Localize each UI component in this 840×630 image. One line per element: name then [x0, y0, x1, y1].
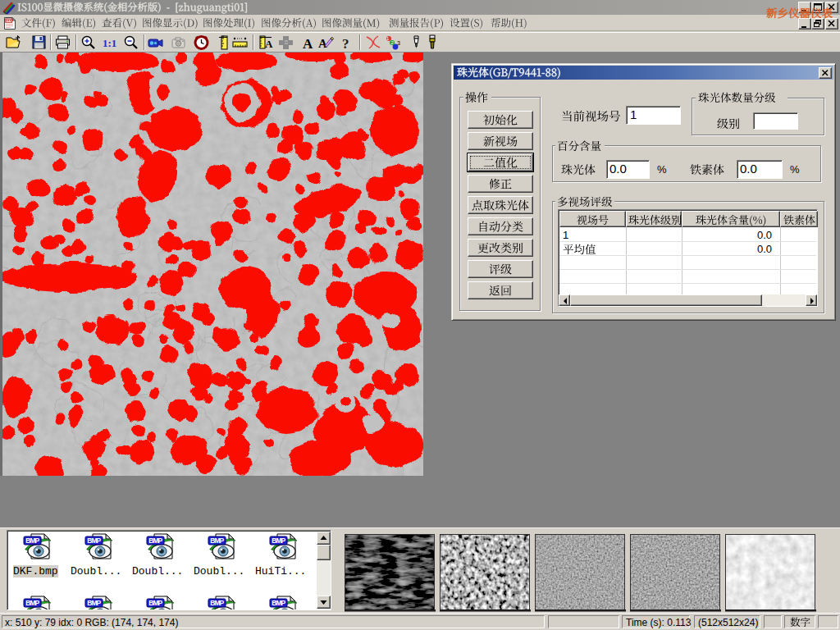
svg-text:BMP: BMP — [87, 536, 101, 545]
svg-text:BMP: BMP — [210, 536, 224, 545]
svg-text:?: ? — [342, 36, 349, 52]
svg-text:1:1: 1:1 — [103, 37, 116, 49]
svg-text:BMP: BMP — [272, 599, 285, 607]
svg-text:BMP: BMP — [25, 599, 39, 607]
svg-text:A: A — [265, 38, 273, 50]
svg-text:A: A — [318, 37, 327, 50]
svg-text:BMP: BMP — [148, 536, 162, 545]
svg-text:BMP: BMP — [210, 599, 224, 607]
svg-text:BMP: BMP — [148, 599, 162, 607]
svg-text:A: A — [303, 36, 313, 52]
svg-text:BMP: BMP — [25, 536, 39, 545]
svg-text:BMP: BMP — [272, 536, 285, 545]
svg-text:3: 3 — [397, 40, 400, 46]
svg-text:BMP: BMP — [87, 599, 101, 607]
